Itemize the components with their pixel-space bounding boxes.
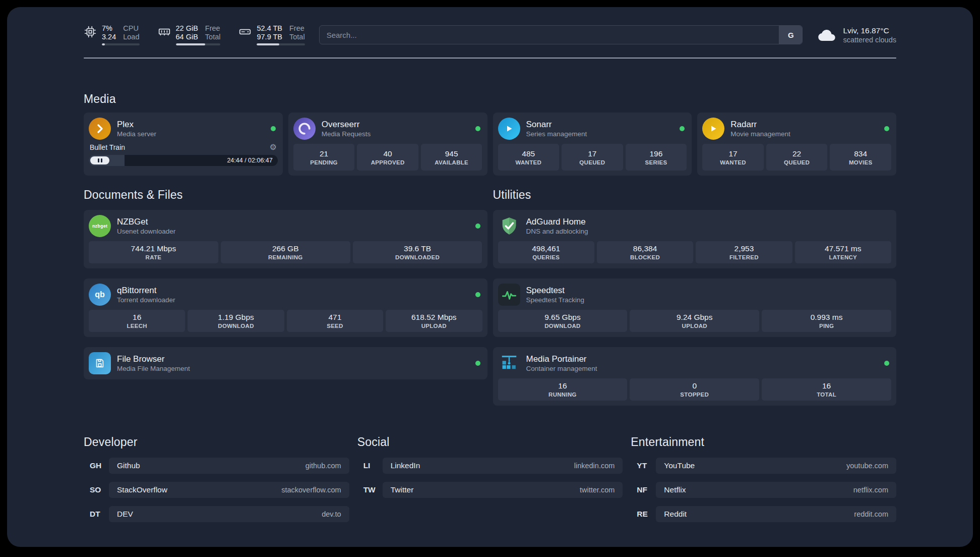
memory-label-2: Total [205, 33, 221, 41]
service-card-adguard[interactable]: AdGuard Home DNS and adblocking 498,461Q… [493, 210, 897, 268]
memory-progress-fill [176, 43, 206, 45]
memory-widget: 22 GiB 64 GiB Free Total [158, 24, 221, 45]
status-dot [271, 126, 276, 131]
stat-upload: 618.52 MbpsUPLOAD [386, 310, 482, 332]
service-name: File Browser [117, 354, 190, 364]
bookmark-domain: linkedin.com [574, 462, 615, 470]
bookmark-youtube[interactable]: YT YouTube youtube.com [631, 458, 896, 474]
section-title-developer: Developer [84, 435, 349, 450]
disk-icon [238, 25, 252, 38]
weather-location: Lviv, 16.87°C [843, 26, 896, 35]
bookmark-domain: netflix.com [853, 486, 888, 494]
stat-leech: 16LEECH [89, 310, 185, 332]
cpu-progress-fill [102, 43, 105, 45]
service-name: qBittorrent [117, 285, 175, 296]
bookmark-name: StackOverflow [117, 485, 167, 494]
service-card-plex[interactable]: Plex Media server Bullet Train ⚙ 24:44 /… [84, 113, 283, 176]
bookmark-abbr: GH [84, 461, 109, 470]
section-title-media: Media [84, 92, 896, 106]
stat-approved: 40APPROVED [357, 144, 418, 171]
bookmark-name: Netflix [664, 485, 686, 494]
service-name: NZBGet [117, 216, 175, 227]
service-description: Torrent downloader [117, 296, 175, 304]
bookmark-group-social: Social LI LinkedIn linkedin.com TW Twitt… [357, 435, 623, 522]
plex-player-bar[interactable]: 24:44 / 02:06:47 [89, 155, 278, 166]
cloud-icon [817, 27, 837, 43]
service-name: Sonarr [526, 119, 587, 130]
status-dot [680, 126, 685, 131]
status-dot [884, 126, 889, 131]
nzbget-icon: nzbget [89, 215, 111, 237]
gear-icon[interactable]: ⚙ [269, 143, 276, 151]
bookmark-stackoverflow[interactable]: SO StackOverflow stackoverflow.com [84, 482, 349, 498]
service-card-sonarr[interactable]: Sonarr Series management 485WANTED 17QUE… [493, 113, 692, 176]
service-card-qbittorrent[interactable]: qb qBittorrent Torrent downloader 16LEEC… [84, 278, 487, 337]
bookmark-domain: youtube.com [846, 462, 888, 470]
service-name: AdGuard Home [526, 216, 588, 227]
stat-queued: 22QUEUED [766, 144, 828, 171]
bookmark-domain: reddit.com [854, 510, 888, 518]
search-input[interactable] [320, 26, 779, 44]
stat-upload: 9.24 GbpsUPLOAD [630, 310, 759, 332]
section-title-social: Social [357, 435, 623, 450]
service-name: Media Portainer [526, 354, 597, 364]
pause-button[interactable] [90, 156, 109, 164]
status-dot [475, 361, 480, 366]
service-description: Series management [526, 130, 587, 138]
search-bar: G [319, 25, 803, 44]
service-card-speedtest[interactable]: Speedtest Speedtest Tracking 9.65 GbpsDO… [493, 278, 897, 337]
service-name: Plex [117, 119, 156, 130]
weather-widget: Lviv, 16.87°C scattered clouds [817, 26, 896, 44]
disk-progress-bar [257, 43, 304, 45]
stat-wanted: 17WANTED [702, 144, 764, 171]
service-card-portainer[interactable]: Media Portainer Container management 16R… [493, 347, 897, 406]
stat-stopped: 0STOPPED [630, 378, 759, 401]
cpu-widget: 7% 3.24 CPU Load [84, 24, 140, 45]
service-name: Overseerr [322, 119, 371, 130]
adguard-icon [498, 215, 520, 237]
bookmark-domain: dev.to [322, 510, 341, 518]
service-description: Media Requests [322, 130, 371, 138]
service-card-filebrowser[interactable]: File Browser Media File Management [84, 347, 487, 379]
memory-icon [158, 25, 171, 38]
disk-label-1: Free [289, 24, 305, 33]
cpu-percent: 7% [102, 24, 116, 33]
speedtest-icon [498, 284, 520, 306]
bookmark-abbr: DT [84, 510, 109, 519]
playback-time: 24:44 / 02:06:47 [227, 155, 272, 166]
bookmark-name: Twitter [391, 485, 414, 494]
utilities-column: Utilities [493, 188, 897, 406]
stat-download: 1.19 GbpsDOWNLOAD [188, 310, 284, 332]
bookmark-github[interactable]: GH Github github.com [84, 458, 349, 474]
bookmark-domain: github.com [305, 462, 341, 470]
top-bar: 7% 3.24 CPU Load [84, 24, 896, 45]
bookmark-twitter[interactable]: TW Twitter twitter.com [357, 482, 623, 498]
service-card-overseerr[interactable]: Overseerr Media Requests 21PENDING 40APP… [288, 113, 487, 176]
bookmark-abbr: NF [631, 485, 656, 494]
stat-running: 16RUNNING [498, 378, 628, 401]
now-playing-title: Bullet Train [90, 143, 125, 151]
dashboard-content: 7% 3.24 CPU Load [7, 7, 973, 547]
service-description: Media server [117, 130, 156, 138]
cpu-label-1: CPU [123, 24, 139, 33]
bookmark-domain: stackoverflow.com [281, 486, 341, 494]
search-provider-button[interactable]: G [779, 26, 802, 44]
bookmark-reddit[interactable]: RE Reddit reddit.com [631, 506, 896, 522]
service-card-nzbget[interactable]: nzbget NZBGet Usenet downloader 744.21 M… [84, 210, 487, 268]
service-description: Usenet downloader [117, 227, 175, 236]
stat-queued: 17QUEUED [562, 144, 623, 171]
portainer-icon [498, 352, 520, 374]
section-title-utilities: Utilities [493, 188, 897, 202]
bookmark-name: LinkedIn [391, 461, 420, 470]
service-description: Container management [526, 364, 597, 373]
bookmark-abbr: YT [631, 461, 656, 470]
overseerr-icon [293, 118, 316, 140]
radarr-icon [702, 118, 724, 140]
bookmark-linkedin[interactable]: LI LinkedIn linkedin.com [357, 458, 623, 474]
service-card-radarr[interactable]: Radarr Movie management 17WANTED 22QUEUE… [697, 113, 896, 176]
status-dot [884, 361, 889, 366]
stat-rate: 744.21 MbpsRATE [89, 241, 218, 263]
bookmark-dev[interactable]: DT DEV dev.to [84, 506, 349, 522]
bookmark-netflix[interactable]: NF Netflix netflix.com [631, 482, 896, 498]
bookmark-abbr: TW [357, 485, 383, 494]
